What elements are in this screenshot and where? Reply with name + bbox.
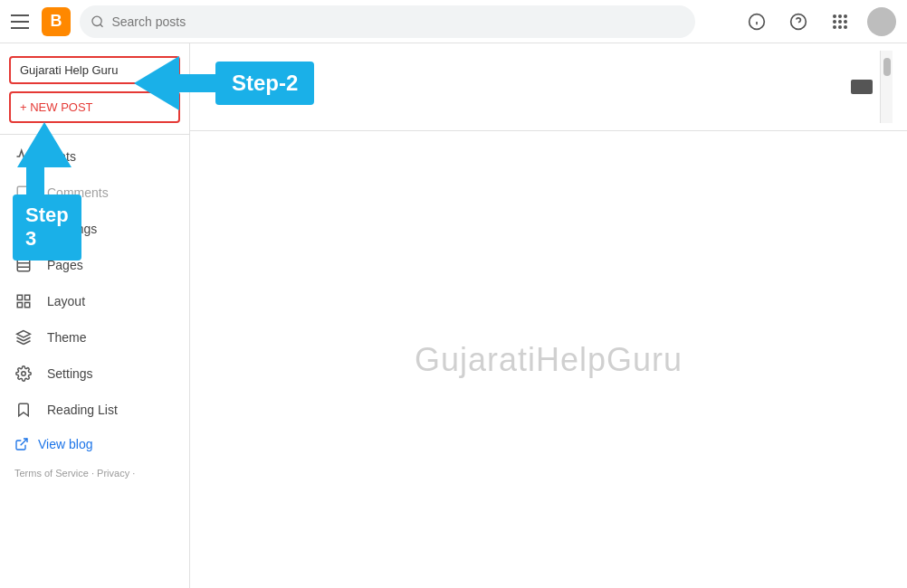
pages-label: Pages	[47, 258, 83, 272]
sidebar-item-theme[interactable]: Theme	[0, 319, 189, 356]
sidebar-item-reading-list[interactable]: Reading List	[0, 392, 189, 428]
info-icon[interactable]	[742, 7, 771, 36]
menu-icon[interactable]	[11, 11, 33, 33]
svg-rect-6	[17, 259, 30, 271]
search-icon	[91, 14, 104, 29]
content-body: GujaratiHelpGuru	[190, 131, 907, 588]
view-blog-link[interactable]: View blog	[0, 428, 189, 460]
blogger-logo: B	[42, 7, 71, 36]
svg-line-18	[21, 439, 27, 445]
svg-line-15	[17, 337, 24, 341]
help-icon[interactable]	[784, 7, 813, 36]
filter-label: All (83)	[205, 81, 242, 94]
apps-icon[interactable]	[826, 7, 854, 36]
svg-point-0	[92, 16, 101, 25]
svg-rect-12	[17, 303, 22, 308]
earnings-icon: $	[14, 220, 33, 238]
settings-label: Settings	[47, 366, 93, 381]
sidebar: Gujarati Help Guru + NEW POST Stats Comm…	[0, 43, 190, 588]
search-container	[80, 5, 695, 38]
comments-icon	[14, 184, 33, 202]
new-post-button[interactable]: + NEW POST	[9, 91, 180, 123]
svg-line-13	[17, 341, 24, 345]
main-layout: Gujarati Help Guru + NEW POST Stats Comm…	[0, 43, 907, 588]
sidebar-item-layout[interactable]: Layout	[0, 283, 189, 319]
content-area: All (83) GujaratiHelpGuru	[190, 43, 907, 588]
label-icon	[851, 80, 873, 94]
layout-label: Layout	[47, 294, 85, 308]
content-toolbar: All (83)	[190, 43, 907, 131]
sidebar-item-pages[interactable]: Pages	[0, 247, 189, 283]
blog-watermark: GujaratiHelpGuru	[415, 341, 683, 379]
svg-rect-11	[25, 303, 30, 308]
stats-label: Stats	[47, 149, 76, 164]
divider	[0, 134, 189, 135]
footer-links: Terms of Service · Privacy ·	[0, 460, 189, 486]
chevron-down-icon	[245, 80, 260, 94]
theme-icon	[14, 328, 33, 346]
sidebar-item-stats[interactable]: Stats	[0, 138, 189, 175]
layout-icon	[14, 292, 33, 310]
theme-label: Theme	[47, 330, 87, 345]
svg-line-14	[24, 341, 31, 345]
svg-rect-10	[25, 295, 30, 299]
external-link-icon	[14, 437, 29, 451]
reading-list-icon	[14, 401, 33, 419]
filter-dropdown[interactable]: All (83)	[205, 80, 260, 94]
svg-line-16	[24, 337, 31, 341]
earnings-label: Earnings	[47, 222, 97, 236]
settings-icon	[14, 365, 33, 383]
sidebar-item-settings[interactable]: Settings	[0, 356, 189, 392]
reading-list-label: Reading List	[47, 403, 118, 417]
stats-icon	[14, 147, 33, 166]
comments-label: Comments	[47, 185, 109, 200]
topbar: B	[0, 0, 907, 43]
pages-icon	[14, 256, 33, 274]
svg-point-17	[22, 372, 26, 376]
sidebar-item-earnings[interactable]: $ Earnings	[0, 211, 189, 247]
svg-rect-9	[17, 295, 22, 299]
search-input[interactable]	[111, 14, 684, 29]
blog-title[interactable]: Gujarati Help Guru	[9, 56, 180, 84]
sidebar-item-comments[interactable]: Comments	[0, 175, 189, 211]
avatar[interactable]	[867, 7, 896, 36]
view-blog-label: View blog	[38, 437, 92, 451]
